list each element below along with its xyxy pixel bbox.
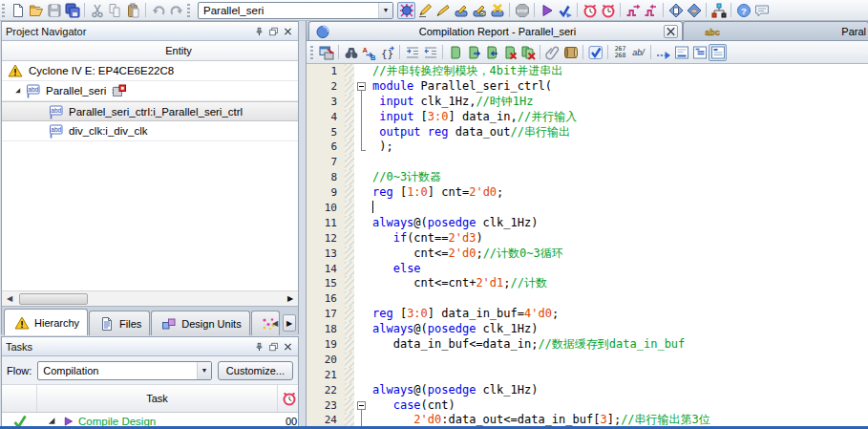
bookmark-new-icon[interactable] <box>446 44 464 61</box>
rtl-viewer-icon[interactable] <box>667 2 685 19</box>
scroll-left-icon[interactable]: ◀ <box>2 291 17 307</box>
attach-icon[interactable] <box>543 44 561 61</box>
goto-arrow-icon[interactable] <box>654 44 672 61</box>
indent-icon[interactable] <box>403 44 421 61</box>
undo-icon[interactable] <box>149 2 167 19</box>
tab-compilation-report[interactable]: Compilation Report - Parallel_seri <box>308 21 683 40</box>
templates-icon[interactable] <box>561 44 580 61</box>
code-line[interactable]: 14 else <box>307 262 868 277</box>
replace-icon[interactable]: AB <box>360 44 378 61</box>
code-line[interactable]: 1//并串转换控制模块，4bit并进串出 <box>307 64 868 79</box>
fold-margin[interactable] <box>354 398 370 414</box>
bookmark-delete-all-icon[interactable] <box>519 44 537 61</box>
bookmark-prev-icon[interactable] <box>482 44 500 61</box>
tab-files[interactable]: Files <box>89 311 150 335</box>
horizontal-scrollbar[interactable]: ◀ ▶ <box>2 290 298 306</box>
save-icon[interactable] <box>45 2 63 19</box>
close-icon[interactable] <box>282 340 294 353</box>
scrollbar-thumb[interactable] <box>19 293 88 305</box>
open-folder-icon[interactable] <box>27 2 45 19</box>
status-column-header[interactable] <box>2 385 37 412</box>
toolbar-grip[interactable] <box>2 4 5 17</box>
code-line[interactable]: 16 <box>307 291 868 307</box>
entity-column-header[interactable]: Entity <box>2 41 298 61</box>
task-column-header[interactable]: Task <box>37 385 278 412</box>
code-line[interactable]: 21 <box>307 368 868 383</box>
partition-planner-icon[interactable] <box>709 2 728 19</box>
new-file-icon[interactable] <box>9 2 27 19</box>
tab-source-file[interactable]: abc Paral <box>683 21 868 40</box>
code-line[interactable]: 10 <box>307 201 868 216</box>
help-icon[interactable]: ? <box>734 2 752 19</box>
toolbar-grip[interactable] <box>310 46 313 59</box>
code-line[interactable]: 4 input [3:0] data_in,//并行输入 <box>307 110 868 125</box>
pin-icon[interactable] <box>253 340 265 353</box>
code-line[interactable]: 6 ); <box>307 139 868 155</box>
code-line[interactable]: 20 <box>307 353 868 368</box>
stop-icon[interactable]: STOP <box>513 2 531 19</box>
timequest-icon[interactable] <box>581 2 599 19</box>
save-all-icon[interactable] <box>63 2 81 19</box>
code-line[interactable]: 3 input clk_1Hz,//时钟1Hz <box>307 95 868 110</box>
cut-icon[interactable] <box>88 2 106 19</box>
code-line[interactable]: 11always@(posedge clk_1Hz) <box>307 216 868 231</box>
tree-row[interactable]: abdParallel_seri <box>2 81 298 101</box>
resimulate-icon[interactable] <box>642 2 660 19</box>
line-badge-icon[interactable]: 267268 <box>611 44 629 61</box>
tabs-scroll-right-icon[interactable]: ▶ <box>283 314 296 332</box>
toolbar-grip[interactable] <box>187 4 190 17</box>
view-outline-icon[interactable] <box>690 44 709 61</box>
tree-row[interactable]: abddiv_clk:i_div_clk <box>2 121 298 141</box>
bookmark-delete-icon[interactable] <box>500 44 519 61</box>
close-icon[interactable] <box>282 25 294 37</box>
time-column-header[interactable] <box>278 385 298 412</box>
techmap-viewer-icon[interactable] <box>685 2 703 19</box>
code-line[interactable]: 17reg [3:0] data_in_buf=4'd0; <box>307 307 868 322</box>
design-advisor-icon[interactable] <box>470 2 488 19</box>
view-split-icon[interactable] <box>709 44 727 61</box>
win-disk-icon[interactable] <box>317 44 335 61</box>
timing-wizard-icon[interactable] <box>452 2 470 19</box>
code-line[interactable]: 8//0~3计数器 <box>307 170 868 185</box>
code-line[interactable]: 15 cnt<=cnt+2'd1;//计数 <box>307 276 868 291</box>
close-icon[interactable] <box>664 25 678 38</box>
expand-arrow-icon[interactable] <box>13 85 23 97</box>
code-editor[interactable]: 1//并串转换控制模块，4bit并进串出2module Parallel_ser… <box>307 64 868 429</box>
current-entity-dropdown[interactable]: Parallel_seri ▼ <box>198 2 393 19</box>
unindent-icon[interactable] <box>421 44 439 61</box>
fold-margin[interactable] <box>354 79 370 95</box>
flow-dropdown[interactable]: Compilation ▼ <box>37 361 212 380</box>
code-line[interactable]: 23 case(cnt) <box>307 398 868 414</box>
code-line[interactable]: 7 <box>307 155 868 170</box>
simulate-icon[interactable] <box>624 2 642 19</box>
pin-planner-icon[interactable] <box>434 2 452 19</box>
settings-icon[interactable] <box>397 2 415 19</box>
find-icon[interactable] <box>342 44 360 61</box>
code-line[interactable]: 5 output reg data_out//串行输出 <box>307 125 868 140</box>
view-normal-icon[interactable] <box>672 44 690 61</box>
pin-icon[interactable] <box>253 25 265 37</box>
assignment-editor-icon[interactable] <box>415 2 434 19</box>
fold-collapse-icon[interactable] <box>357 401 366 410</box>
start-analysis-icon[interactable] <box>556 2 574 19</box>
chevron-down-icon[interactable]: ▼ <box>378 3 392 18</box>
tab-design-units[interactable]: Design Units <box>151 311 249 335</box>
code-line[interactable]: 12 if(cnt==2'd3) <box>307 231 868 247</box>
analyze-icon[interactable] <box>586 44 604 61</box>
tree-row[interactable]: abdParallel_seri_ctrl:i_Parallel_seri_ct… <box>2 101 298 121</box>
float-icon[interactable] <box>267 25 280 37</box>
copy-icon[interactable] <box>106 2 124 19</box>
code-line[interactable]: 2module Parallel_seri_ctrl( <box>307 79 868 95</box>
tabs-scroll-left-icon[interactable]: ◀ <box>268 314 282 332</box>
bookmark-next-icon[interactable] <box>464 44 482 61</box>
redo-icon[interactable] <box>167 2 185 19</box>
feedback-icon[interactable] <box>752 2 771 19</box>
customize-button[interactable]: Customize... <box>218 361 293 380</box>
code-line[interactable]: 18always@(posedge clk_1Hz) <box>307 322 868 337</box>
scroll-right-icon[interactable]: ▶ <box>283 291 298 307</box>
timequest-report-icon[interactable] <box>599 2 617 19</box>
braces-icon[interactable]: {} <box>378 44 396 61</box>
remove-assignments-icon[interactable] <box>488 2 506 19</box>
code-line[interactable]: 19 data_in_buf<=data_in;//数据缓存到data_in_b… <box>307 337 868 353</box>
code-line[interactable]: 9reg [1:0] cnt=2'd0; <box>307 185 868 201</box>
